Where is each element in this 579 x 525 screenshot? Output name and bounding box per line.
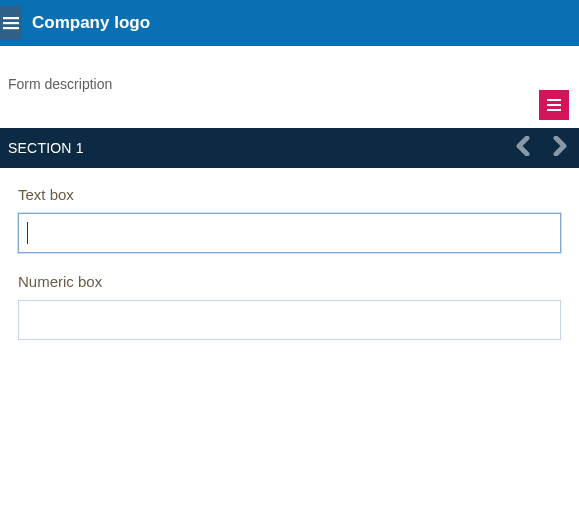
- company-logo: Company logo: [32, 13, 150, 33]
- textbox-label: Text box: [18, 186, 561, 203]
- svg-rect-1: [3, 22, 19, 24]
- section-header: SECTION 1: [0, 128, 579, 168]
- form-body: Text box Numeric box: [0, 168, 579, 360]
- form-description-area: Form description: [0, 46, 579, 118]
- svg-rect-4: [547, 104, 561, 106]
- chevron-left-icon: [515, 136, 533, 160]
- svg-rect-0: [3, 17, 19, 19]
- numeric-label: Numeric box: [18, 273, 561, 290]
- main-menu-button[interactable]: [0, 6, 22, 40]
- list-icon: [546, 98, 562, 112]
- form-description: Form description: [8, 76, 571, 92]
- textbox-wrapper: [18, 213, 561, 273]
- top-bar: Company logo: [0, 0, 579, 46]
- svg-rect-3: [547, 99, 561, 101]
- textbox-input[interactable]: [18, 213, 561, 253]
- form-actions-button[interactable]: [539, 90, 569, 120]
- chevron-right-icon: [551, 136, 569, 160]
- hamburger-icon: [3, 16, 19, 30]
- prev-section-button[interactable]: [515, 136, 533, 160]
- section-nav: [515, 136, 569, 160]
- svg-rect-2: [3, 27, 19, 29]
- numeric-input[interactable]: [18, 300, 561, 340]
- section-title: SECTION 1: [8, 140, 84, 156]
- svg-rect-5: [547, 109, 561, 111]
- next-section-button[interactable]: [551, 136, 569, 160]
